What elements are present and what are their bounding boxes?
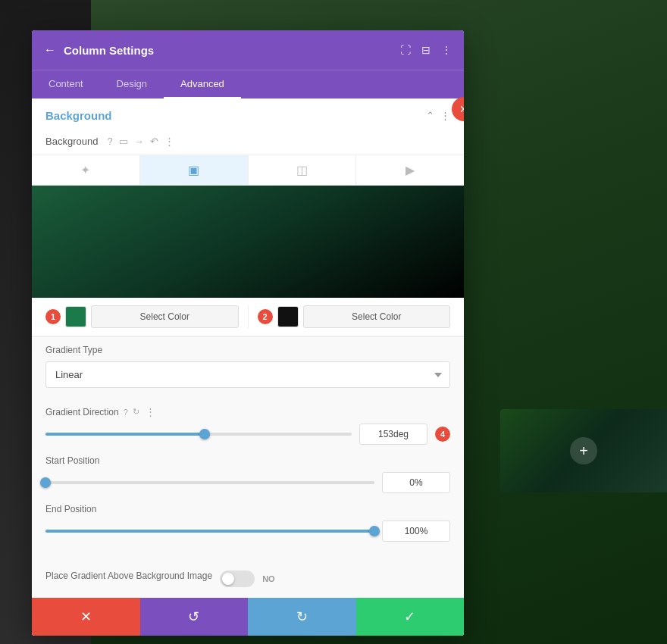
place-gradient-row: Place Gradient Above Background Image NO <box>32 563 464 598</box>
start-position-slider-row <box>45 472 450 493</box>
header-icons: ⛶ ⊟ ⋮ <box>400 44 452 56</box>
cancel-icon: ✕ <box>80 608 92 625</box>
place-gradient-toggle[interactable] <box>220 571 255 587</box>
direction-track <box>45 433 352 436</box>
type-tab-gradient[interactable]: ▣ <box>140 155 249 185</box>
gradient-type-label: Gradient Type <box>45 345 450 355</box>
redo-button[interactable]: ↻ <box>248 598 356 636</box>
gradient-direction-slider[interactable] <box>45 433 352 436</box>
modal-tabs: Content Design Advanced <box>32 70 464 98</box>
color-divider <box>248 305 249 328</box>
modal-title: Column Settings <box>64 44 393 57</box>
section-header: Background ⌃ ⋮ <box>32 98 464 130</box>
section-more-icon[interactable]: ⋮ <box>440 110 450 121</box>
color-stop-2: 2 Select Color <box>258 305 451 328</box>
reset-button[interactable]: ↺ <box>140 598 249 636</box>
end-track <box>45 530 374 533</box>
type-tab-video[interactable]: ▶ <box>356 155 464 185</box>
start-position-value[interactable] <box>382 472 450 493</box>
background-label: Background <box>45 136 98 147</box>
select-color-button-2[interactable]: Select Color <box>303 305 451 328</box>
tab-design[interactable]: Design <box>100 70 164 98</box>
tab-content[interactable]: Content <box>32 70 100 98</box>
toggle-label-text: NO <box>262 574 275 583</box>
background-type-tabs: ✦ ▣ ◫ ▶ <box>32 155 464 186</box>
direction-thumb[interactable] <box>199 429 210 439</box>
gradient-direction-label: Gradient Direction <box>45 407 119 417</box>
start-track <box>45 481 374 484</box>
end-position-slider[interactable] <box>45 530 374 533</box>
add-column-button[interactable]: + <box>570 437 597 464</box>
modal-content: Background ⌃ ⋮ Background ? ▭ → ↶ ⋮ ✦ ▣ … <box>32 98 464 636</box>
back-icon[interactable]: ← <box>44 43 56 57</box>
start-thumb[interactable] <box>40 477 51 488</box>
background-row: Background ? ▭ → ↶ ⋮ <box>32 130 464 155</box>
video-icon: ▶ <box>406 163 415 177</box>
tab-advanced[interactable]: Advanced <box>164 70 241 98</box>
modal-footer: ✕ ↺ ↻ ✓ <box>32 598 464 636</box>
fullscreen-icon[interactable]: ⛶ <box>400 44 411 56</box>
end-position-slider-row <box>45 521 450 542</box>
color-swatch-1[interactable] <box>65 306 86 327</box>
color-stop-badge-1: 1 <box>45 309 61 324</box>
right-preview-panel: + <box>500 409 667 492</box>
reset-icon: ↺ <box>188 608 199 625</box>
end-fill <box>45 530 374 533</box>
undo-icon[interactable]: ↶ <box>150 136 158 147</box>
gradient-type-section: Gradient Type Linear Radial <box>32 336 464 395</box>
direction-help-icon[interactable]: ? <box>124 408 128 417</box>
direction-value-input[interactable] <box>359 424 427 445</box>
redo-icon: ↻ <box>296 608 308 625</box>
direction-more-icon[interactable]: ⋮ <box>146 406 155 417</box>
more-icon[interactable]: ⋮ <box>441 44 452 56</box>
gradient-icon: ▣ <box>188 163 199 177</box>
color-stops-row: 1 Select Color 2 Select Color <box>32 298 464 336</box>
confirm-button[interactable]: ✓ <box>356 598 465 636</box>
help-icon[interactable]: ? <box>107 136 112 147</box>
cancel-button[interactable]: ✕ <box>32 598 140 636</box>
gradient-direction-label-row: Gradient Direction ? ↻ ⋮ <box>45 406 450 417</box>
gradient-type-select[interactable]: Linear Radial <box>45 361 450 388</box>
start-position-label: Start Position <box>45 455 450 466</box>
column-settings-modal: ← Column Settings ⛶ ⊟ ⋮ Content Design A… <box>32 30 464 636</box>
direction-fill <box>45 433 205 436</box>
image-icon: ◫ <box>296 163 308 177</box>
section-title: Background <box>45 109 112 122</box>
gradient-direction-section: Gradient Direction ? ↻ ⋮ 4 Start Positio… <box>32 395 464 563</box>
select-color-button-1[interactable]: Select Color <box>91 305 239 328</box>
end-position-value[interactable] <box>382 521 450 542</box>
toggle-knob <box>222 573 234 585</box>
place-gradient-label: Place Gradient Above Background Image <box>45 571 212 581</box>
color-swatch-2[interactable] <box>277 306 299 327</box>
start-position-slider[interactable] <box>45 481 374 484</box>
end-position-label: End Position <box>45 504 450 514</box>
color-stop-1: 1 Select Color <box>45 305 239 328</box>
bg-more-icon[interactable]: ⋮ <box>164 136 174 147</box>
confirm-icon: ✓ <box>404 608 415 625</box>
direction-badge: 4 <box>435 427 450 442</box>
device-icon[interactable]: ▭ <box>119 136 128 147</box>
modal-header: ← Column Settings ⛶ ⊟ ⋮ <box>32 30 464 70</box>
type-tab-image[interactable]: ◫ <box>249 155 357 185</box>
arrow-icon[interactable]: → <box>134 136 144 147</box>
columns-icon[interactable]: ⊟ <box>421 44 431 56</box>
type-tab-none[interactable]: ✦ <box>32 155 140 185</box>
section-controls: ⌃ ⋮ <box>426 110 450 121</box>
end-thumb[interactable] <box>369 526 380 536</box>
gradient-preview <box>32 186 464 298</box>
direction-reset-icon[interactable]: ↻ <box>133 407 139 417</box>
gradient-direction-slider-row: 4 <box>45 424 450 445</box>
color-stop-badge-2: 2 <box>258 309 273 324</box>
collapse-icon[interactable]: ⌃ <box>426 110 434 121</box>
none-icon: ✦ <box>80 163 90 177</box>
